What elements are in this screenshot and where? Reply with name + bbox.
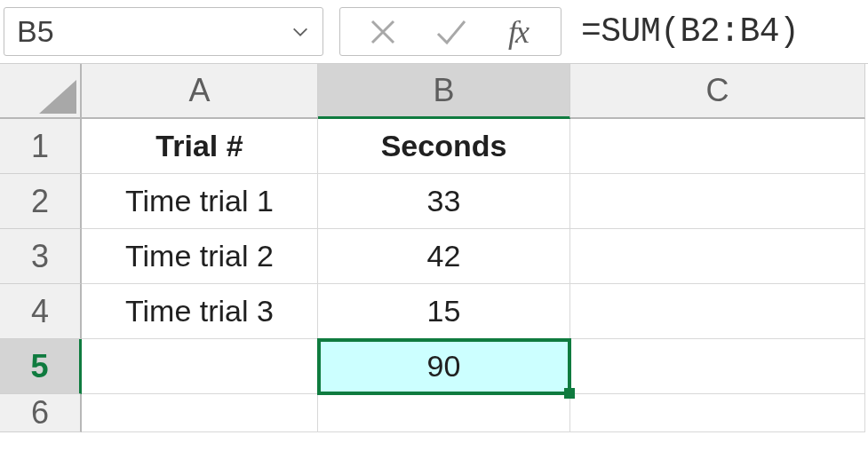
spreadsheet-grid: A B C 1 Trial # Seconds 2 Time trial 1 3… — [0, 64, 868, 432]
row-header-4[interactable]: 4 — [0, 284, 82, 339]
row-header-3[interactable]: 3 — [0, 229, 82, 284]
row-header-1[interactable]: 1 — [0, 119, 82, 174]
cancel-button[interactable] — [349, 8, 417, 55]
formula-bar-tools: fx — [339, 7, 561, 56]
column-header-c[interactable]: C — [570, 64, 865, 119]
formula-bar: B5 fx =SUM(B2:B4) — [0, 0, 868, 64]
row-header-5[interactable]: 5 — [0, 339, 82, 394]
cell-c3[interactable] — [570, 229, 865, 284]
column-header-a[interactable]: A — [82, 64, 318, 119]
cell-c1[interactable] — [570, 119, 865, 174]
cell-b5[interactable]: 90 — [318, 339, 570, 394]
cell-b1[interactable]: Seconds — [318, 119, 570, 174]
cell-b3[interactable]: 42 — [318, 229, 570, 284]
enter-button[interactable] — [417, 8, 484, 55]
cell-b5-value: 90 — [427, 349, 461, 384]
column-header-b[interactable]: B — [318, 64, 570, 119]
cell-a4[interactable]: Time trial 3 — [82, 284, 318, 339]
select-all-corner[interactable] — [0, 64, 82, 119]
cell-c6[interactable] — [570, 394, 865, 432]
cell-c2[interactable] — [570, 174, 865, 229]
name-box-value: B5 — [17, 14, 291, 49]
cell-a2[interactable]: Time trial 1 — [82, 174, 318, 229]
cell-a1[interactable]: Trial # — [82, 119, 318, 174]
formula-input[interactable]: =SUM(B2:B4) — [577, 7, 864, 56]
cell-c5[interactable] — [570, 339, 865, 394]
cell-b6[interactable] — [318, 394, 570, 432]
cell-a6[interactable] — [82, 394, 318, 432]
cell-c4[interactable] — [570, 284, 865, 339]
row-header-2[interactable]: 2 — [0, 174, 82, 229]
cell-b4[interactable]: 15 — [318, 284, 570, 339]
chevron-down-icon[interactable] — [291, 22, 310, 42]
cell-b2[interactable]: 33 — [318, 174, 570, 229]
row-header-6[interactable]: 6 — [0, 394, 82, 432]
cell-a5[interactable] — [82, 339, 318, 394]
insert-function-button[interactable]: fx — [484, 8, 552, 55]
cell-a3[interactable]: Time trial 2 — [82, 229, 318, 284]
name-box[interactable]: B5 — [4, 7, 323, 56]
fill-handle[interactable] — [564, 388, 575, 399]
fx-icon: fx — [508, 13, 528, 51]
